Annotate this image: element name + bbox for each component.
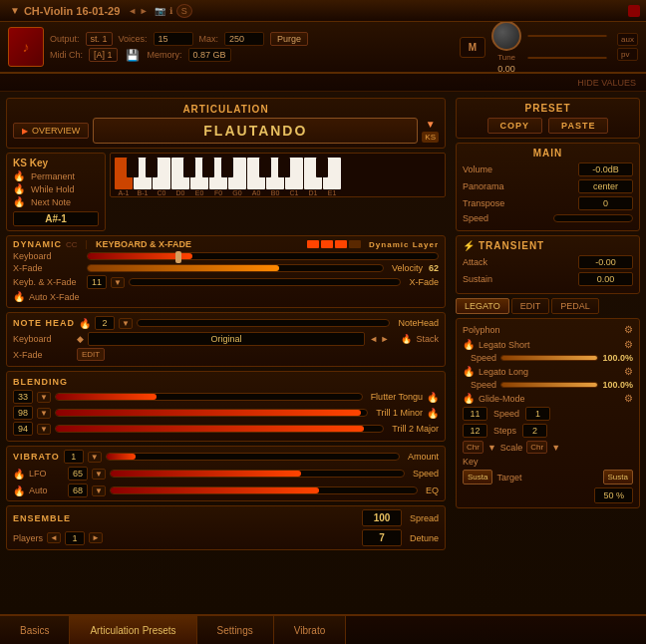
ks-section: KS Key 🔥 Permanent 🔥 While Hold 🔥 Next N… [6,153,106,231]
fire-icon-permanent: 🔥 [13,170,25,181]
players-arr-right[interactable]: ► [89,532,103,543]
layer-4[interactable] [349,240,361,248]
chr-select-1[interactable]: Chr [463,441,484,454]
legato-tab[interactable]: LEGATO [456,298,509,314]
attack-value[interactable]: -0.00 [578,255,633,269]
notehead-title: NOTE HEAD [13,318,75,328]
speed-num-left: 11 [463,407,487,421]
players-arr-left[interactable]: ◄ [47,532,61,543]
auto-val: 68 [68,483,88,497]
m-button[interactable]: M [460,37,485,58]
target-btn-2[interactable]: Susta [603,470,633,484]
tune-knob[interactable] [491,21,521,51]
svg-rect-17 [259,158,271,177]
overview-button[interactable]: ▶ OVERVIEW [13,123,89,139]
volume-value[interactable]: -0.0dB [578,162,633,176]
legato-long-speed-slider[interactable] [500,382,598,388]
svg-rect-16 [221,158,233,177]
vibrato-tab[interactable]: Vibrato [274,616,347,644]
blend-arr2[interactable]: ▼ [37,408,51,419]
keybxfade-slider[interactable] [129,278,402,286]
paste-button[interactable]: PASTE [548,118,608,134]
chr-arrow-2[interactable]: ▼ [551,443,560,453]
blend-arr1[interactable]: ▼ [37,392,51,403]
layer-1[interactable] [307,240,319,248]
keybxfade-arr[interactable]: ▼ [111,277,125,288]
ks-piano-row: KS Key 🔥 Permanent 🔥 While Hold 🔥 Next N… [6,153,446,231]
auto-label: Auto [29,485,64,495]
info-icon[interactable]: ℹ [169,6,172,16]
blend-slider3[interactable] [55,425,384,433]
transpose-value[interactable]: 0 [578,196,633,210]
layer-3[interactable] [335,240,347,248]
purge-button[interactable]: Purge [270,32,308,46]
svg-text:C0: C0 [158,189,166,196]
speed-slider[interactable] [553,214,633,222]
output-label: Output: [50,34,80,44]
svg-text:A-1: A-1 [119,189,130,196]
vibrato-arr[interactable]: ▼ [88,452,102,463]
legato-short-speed-slider[interactable] [500,355,598,361]
vibrato-section: VIBRATO 1 ▼ Amount 🔥 LFO 65 ▼ Speed 🔥 Au… [6,446,446,501]
legato-short-icon: ⚙ [624,339,633,350]
xfade-dyn-row: X-Fade Velocity 62 [13,263,439,273]
speed-label: Speed [463,213,549,223]
copy-button[interactable]: COPY [487,118,543,134]
keybxfade-val: 11 [87,275,107,289]
settings-tab[interactable]: Settings [197,616,274,644]
spread-label: Spread [410,513,439,523]
speed-vib-label: Speed [413,469,439,479]
edit-tab[interactable]: EDIT [511,298,550,314]
basics-tab[interactable]: Basics [0,616,70,644]
xfade-slider[interactable] [87,264,384,272]
output-select[interactable]: st. 1 [86,32,113,46]
main-content: ARTICULATION ▶ OVERVIEW FLAUTANDO ▼ KS [0,92,646,614]
polyphon-icon: ⚙ [624,324,633,335]
blend-slider1[interactable] [55,393,363,401]
nextnote-option[interactable]: Next Note [31,197,71,207]
xfade-dyn-label: X-Fade [13,263,83,273]
sustain-value[interactable]: 0.00 [578,272,633,286]
transpose-row: Transpose 0 [463,196,633,210]
level-slider[interactable] [527,35,607,37]
auto-slider[interactable] [110,486,418,494]
flautando-display: FLAUTANDO [93,118,418,144]
midi-select[interactable]: [A] 1 [89,48,118,62]
lfo-slider[interactable] [110,470,405,478]
fire-lfo: 🔥 [13,469,25,480]
svg-text:C1: C1 [290,189,299,196]
blend-arr3[interactable]: ▼ [37,424,51,435]
notehead-arr[interactable]: ▼ [119,318,133,329]
close-button[interactable] [628,5,640,17]
attack-row: Attack -0.00 [463,255,633,269]
panorama-label: Panorama [463,181,574,191]
layer-2[interactable] [321,240,333,248]
blend-row-2: 98 ▼ Trill 1 Minor 🔥 [13,406,439,420]
articulation-presets-tab[interactable]: Articulation Presets [70,616,196,644]
articulation-section: ARTICULATION ▶ OVERVIEW FLAUTANDO ▼ KS [6,98,446,149]
whilehold-option[interactable]: While Hold [31,184,75,194]
permanent-option[interactable]: Permanent [31,171,75,181]
vibrato-slider-main[interactable] [106,453,400,461]
transient-header: ⚡ TRANSIENT [463,240,633,251]
target-btn-1[interactable]: Susta [463,470,492,484]
legato-short-speed-label: Speed [471,353,496,363]
arrow-orig[interactable]: ◄ ► [369,334,389,344]
pedal-tab[interactable]: PEDAL [551,298,599,314]
nav-arrows[interactable]: ◄ ► [128,6,148,16]
pan-slider[interactable] [527,57,607,59]
piano-container[interactable]: A-1 B-1 C0 D0 E0 F0 G0 A0 B0 C1 D1 E1 [110,153,446,197]
memory-value: 0.87 GB [188,48,231,62]
blend-slider2[interactable] [55,409,368,417]
panorama-value[interactable]: center [578,179,633,193]
auto-arr[interactable]: ▼ [92,485,106,496]
lfo-arr[interactable]: ▼ [92,469,106,480]
notehead-edit-button[interactable]: EDIT [77,348,105,361]
chr-arrow-1[interactable]: ▼ [487,443,496,453]
options-icon[interactable]: S [176,4,192,18]
chr-select-2[interactable]: Chr [526,441,547,454]
notehead-slider1[interactable] [137,319,391,327]
keyboard-slider[interactable] [87,252,439,260]
transpose-label: Transpose [463,198,574,208]
glide-item: 🔥 Glide-Mode ⚙ [463,393,633,404]
